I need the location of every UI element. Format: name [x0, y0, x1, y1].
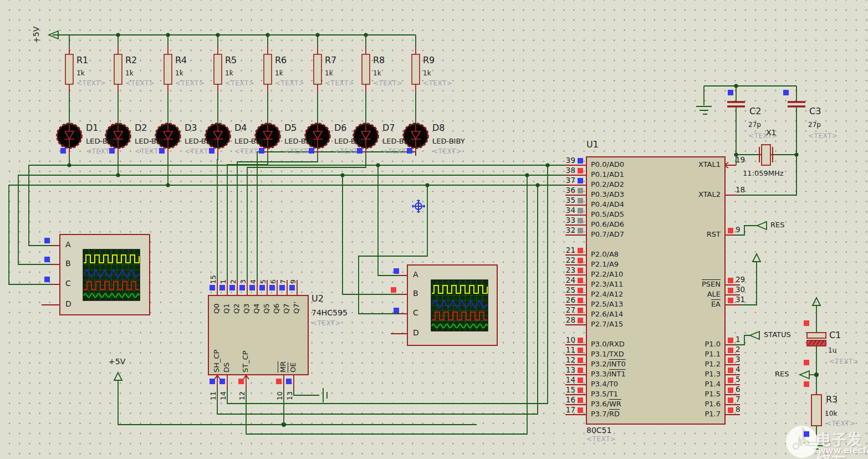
- u1-pin-number: 35: [555, 196, 575, 205]
- u1-pin-state[interactable]: [728, 348, 733, 353]
- u1-pin-label: P3.5/T1: [591, 390, 618, 398]
- u1-pin-state[interactable]: [578, 358, 583, 363]
- state-indicator[interactable]: [728, 90, 733, 95]
- u1-pin-state[interactable]: [578, 278, 583, 283]
- led-state-indicator[interactable]: [60, 148, 66, 154]
- state-indicator[interactable]: [783, 90, 789, 95]
- capacitor-c1[interactable]: [807, 333, 826, 346]
- resistor-ref: R9: [423, 55, 435, 65]
- u1-pin-state[interactable]: [578, 338, 583, 343]
- u1-pin-state[interactable]: [578, 218, 583, 223]
- u1-pin-state[interactable]: [728, 368, 733, 373]
- u1-pin-state[interactable]: [578, 298, 583, 303]
- led-type: LED-BIBY: [185, 137, 216, 147]
- u1-pin-number: 21: [555, 246, 575, 254]
- u2-pin-state[interactable]: [239, 285, 245, 290]
- state-indicator[interactable]: [391, 287, 396, 293]
- u1-pin-state[interactable]: [578, 208, 583, 213]
- u1-pin-state[interactable]: [578, 368, 583, 373]
- u1-pin-state[interactable]: [728, 397, 733, 403]
- u1-pin-state[interactable]: [578, 308, 583, 313]
- u1-pin-state[interactable]: [578, 378, 583, 383]
- state-indicator[interactable]: [44, 238, 50, 243]
- u1-pin-state[interactable]: [578, 268, 583, 273]
- state-indicator[interactable]: [44, 277, 50, 282]
- u1-pin-state[interactable]: [578, 387, 583, 393]
- u1-pin-state[interactable]: [578, 228, 583, 233]
- u1-pin-state[interactable]: [578, 318, 583, 323]
- led-state-indicator[interactable]: [209, 148, 215, 154]
- oscilloscope-2[interactable]: [407, 265, 497, 345]
- u2-pin-state[interactable]: [259, 285, 265, 290]
- resistor-note: <TEXT>: [76, 80, 106, 87]
- u2-pin-label: Q7: [283, 298, 290, 314]
- u2-pin-state[interactable]: [276, 379, 282, 384]
- u1-pin-number: 24: [555, 276, 575, 284]
- u1-pin-state[interactable]: [578, 198, 583, 203]
- crystal-x1[interactable]: [759, 145, 773, 165]
- u1-pin-state[interactable]: [578, 258, 583, 263]
- u2-pin-state[interactable]: [210, 379, 215, 384]
- state-indicator[interactable]: [804, 360, 809, 365]
- u1-pin-number: 17: [555, 405, 575, 414]
- state-indicator[interactable]: [804, 431, 809, 437]
- u1-pin-state[interactable]: [578, 168, 583, 174]
- led-state-indicator[interactable]: [159, 148, 165, 154]
- u2-pin-number: 13: [286, 387, 294, 400]
- oscilloscope-1[interactable]: [60, 234, 150, 315]
- u1-pin-state[interactable]: [728, 338, 733, 343]
- u1-pin-state[interactable]: [728, 358, 733, 363]
- u2-pin-state[interactable]: [219, 285, 225, 290]
- u1-pin-state[interactable]: [728, 288, 733, 293]
- u2-pin-state[interactable]: [238, 379, 244, 384]
- u1-pin-number: 22: [555, 256, 575, 264]
- u1-pin-label: P0.3/AD3: [591, 191, 624, 198]
- state-indicator[interactable]: [394, 268, 399, 274]
- state-indicator[interactable]: [804, 381, 809, 387]
- u1-pin-label: P3.2/INT0: [591, 360, 626, 368]
- u1-pin-state[interactable]: [578, 158, 583, 164]
- u1-pin-state[interactable]: [728, 298, 733, 303]
- u1-pin-state[interactable]: [728, 407, 733, 413]
- u1-pin-state[interactable]: [578, 178, 583, 183]
- u1-pin-state[interactable]: [578, 348, 583, 353]
- resistor-note: <TEXT>: [373, 80, 402, 87]
- u1-pin-state[interactable]: [728, 228, 733, 233]
- led-state-indicator[interactable]: [407, 148, 412, 154]
- c3-note: <TEXT>: [808, 132, 838, 140]
- u2-pin-state[interactable]: [249, 285, 255, 290]
- capacitor-c3[interactable]: [788, 102, 805, 106]
- u1-pin-state[interactable]: [728, 378, 733, 383]
- led-state-indicator[interactable]: [309, 148, 314, 154]
- u1-pin-label: P1.7: [704, 410, 721, 418]
- u1-pin-state[interactable]: [578, 288, 583, 293]
- u1-pin-state[interactable]: [578, 248, 583, 253]
- u1-pin-state[interactable]: [728, 278, 733, 283]
- u1-pin-state[interactable]: [578, 407, 583, 413]
- capacitor-c2[interactable]: [727, 102, 745, 106]
- u1-pin-number: 18: [736, 186, 745, 194]
- u2-pin-state[interactable]: [269, 285, 275, 290]
- state-indicator[interactable]: [44, 257, 50, 262]
- state-indicator[interactable]: [804, 320, 809, 326]
- resistor-r3[interactable]: [811, 395, 821, 426]
- u1-pin-state[interactable]: [578, 397, 583, 403]
- led-state-indicator[interactable]: [357, 148, 362, 154]
- crosshair-cursor[interactable]: [412, 200, 425, 213]
- u2-pin-state[interactable]: [289, 285, 295, 290]
- u1-pin-state[interactable]: [728, 387, 733, 393]
- u2-pin-state[interactable]: [229, 285, 235, 290]
- u1-pin-state[interactable]: [578, 188, 583, 193]
- u2-pin-number: 15: [210, 272, 217, 284]
- u2-pin-state[interactable]: [210, 285, 215, 290]
- u2-pin-state[interactable]: [279, 285, 285, 290]
- u2-pin-state[interactable]: [286, 379, 292, 384]
- u2-pin-number: 6: [269, 272, 277, 284]
- u1-pin-number: 12: [555, 355, 575, 364]
- led-state-indicator[interactable]: [109, 148, 115, 154]
- led-state-indicator[interactable]: [259, 148, 264, 154]
- u1-pin-label: P1.0: [704, 340, 721, 348]
- state-indicator[interactable]: [394, 308, 399, 313]
- resistor-note: <TEXT>: [175, 80, 205, 87]
- u2-pin-state[interactable]: [219, 379, 225, 384]
